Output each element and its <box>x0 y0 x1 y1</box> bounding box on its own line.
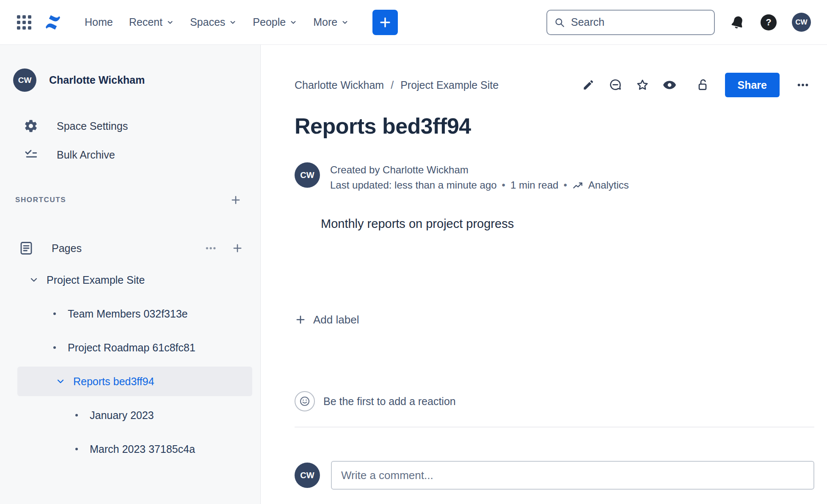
chevron-down-icon[interactable] <box>55 376 66 386</box>
pages-label: Pages <box>52 242 82 255</box>
nav-spaces[interactable]: Spaces <box>185 12 242 33</box>
notifications-button[interactable] <box>730 15 745 30</box>
tree-item-team-members[interactable]: Team Members 032f313e <box>0 299 260 329</box>
plus-icon <box>232 242 243 254</box>
comment-input[interactable] <box>331 461 814 490</box>
search-box[interactable] <box>546 10 715 35</box>
page-header: Charlotte Wickham / Project Example Site <box>295 73 814 97</box>
space-profile[interactable]: CW Charlotte Wickham <box>13 68 260 92</box>
analytics-icon <box>572 179 584 191</box>
nav-more-label: More <box>313 16 337 28</box>
more-actions-button[interactable] <box>791 74 814 96</box>
sidebar-item-space-settings[interactable]: Space Settings <box>24 119 260 133</box>
pages-section-header[interactable]: Pages <box>19 239 243 257</box>
comment-composer: CW <box>295 461 814 490</box>
read-time-text: 1 min read <box>510 178 558 193</box>
add-reaction-button[interactable] <box>295 391 315 411</box>
space-sidebar: CW Charlotte Wickham Space Settings Bulk… <box>0 45 261 504</box>
breadcrumb-space-link[interactable]: Charlotte Wickham <box>295 79 384 91</box>
favourite-button[interactable] <box>631 74 654 96</box>
chevron-down-icon <box>166 19 174 26</box>
edit-button[interactable] <box>577 74 600 96</box>
share-button[interactable]: Share <box>725 73 780 97</box>
avatar-initials: CW <box>18 76 32 85</box>
comments-divider <box>295 427 814 427</box>
content-area: CW Charlotte Wickham Space Settings Bulk… <box>0 45 827 504</box>
bullet-icon <box>53 312 56 315</box>
eye-icon <box>662 78 677 92</box>
chevron-down-icon <box>341 19 349 26</box>
add-label-button[interactable]: Add label <box>295 312 359 327</box>
author-avatar[interactable]: CW <box>295 162 320 188</box>
ellipsis-icon <box>204 242 217 255</box>
shortcuts-section-header: SHORTCUTS <box>15 192 242 208</box>
add-label-text: Add label <box>313 313 359 326</box>
reaction-row: Be the first to add a reaction <box>295 391 814 411</box>
nav-recent[interactable]: Recent <box>124 12 179 33</box>
chevron-down-icon[interactable] <box>29 275 39 285</box>
plus-icon <box>295 314 306 326</box>
bulk-archive-icon <box>24 148 38 162</box>
nav-people[interactable]: People <box>248 12 302 33</box>
search-input[interactable] <box>571 16 707 28</box>
tree-item-january-2023[interactable]: January 2023 <box>0 400 260 430</box>
tree-item-label: Reports bed3ff94 <box>73 375 154 388</box>
pages-more-button[interactable] <box>204 242 217 255</box>
shortcuts-heading: SHORTCUTS <box>15 196 66 204</box>
nav-home-label: Home <box>85 16 113 28</box>
nav-spaces-label: Spaces <box>190 16 225 28</box>
page-actions: Share <box>577 73 814 97</box>
top-navigation-bar: Home Recent Spaces People More <box>0 0 827 45</box>
pages-actions <box>204 242 243 255</box>
restrictions-button[interactable] <box>692 74 715 96</box>
create-button[interactable] <box>372 10 398 35</box>
breadcrumb: Charlotte Wickham / Project Example Site <box>295 79 499 91</box>
tree-item-project-roadmap[interactable]: Project Roadmap 61c8fc81 <box>0 333 260 362</box>
page-body-text: Monthly reports on project progress <box>321 217 814 231</box>
add-shortcut-button[interactable] <box>230 194 242 206</box>
created-by-text: Created by Charlotte Wickham <box>330 162 629 178</box>
help-button[interactable]: ? <box>761 14 777 30</box>
tree-item-label: January 2023 <box>90 409 154 422</box>
bullet-icon <box>75 448 78 450</box>
dot-separator: • <box>563 178 567 193</box>
nav-recent-label: Recent <box>129 16 163 28</box>
pages-icon <box>19 241 34 256</box>
analytics-link[interactable]: Analytics <box>572 178 629 193</box>
tree-item-march-2023[interactable]: March 2023 37185c4a <box>0 434 260 464</box>
pencil-icon <box>582 79 595 91</box>
avatar-initials: CW <box>795 18 807 27</box>
tree-item-project-example-site[interactable]: Project Example Site <box>0 265 260 295</box>
sidebar-item-bulk-archive[interactable]: Bulk Archive <box>24 148 260 162</box>
space-avatar: CW <box>13 68 36 92</box>
comments-button[interactable] <box>604 74 627 96</box>
primary-nav: Home Recent Spaces People More <box>80 12 354 33</box>
app-switcher-button[interactable] <box>17 15 43 30</box>
breadcrumb-page-link[interactable]: Project Example Site <box>400 79 499 91</box>
topbar-left: Home Recent Spaces People More <box>17 10 398 35</box>
tree-item-label: Project Example Site <box>47 274 145 286</box>
tree-item-label: Team Members 032f313e <box>68 308 187 320</box>
chevron-down-icon <box>229 19 237 26</box>
space-name: Charlotte Wickham <box>49 74 145 86</box>
smiley-icon <box>299 395 311 407</box>
confluence-app: Home Recent Spaces People More <box>0 0 827 504</box>
page-title: Reports bed3ff94 <box>295 112 814 140</box>
avatar-initials: CW <box>300 170 314 180</box>
tree-item-label: Project Roadmap 61c8fc81 <box>68 342 196 354</box>
page-tree: Project Example Site Team Members 032f31… <box>0 265 260 464</box>
user-avatar[interactable]: CW <box>792 13 811 32</box>
nav-home[interactable]: Home <box>80 12 118 33</box>
last-updated-text: Last updated: less than a minute ago <box>330 178 497 193</box>
add-page-button[interactable] <box>232 242 243 254</box>
gear-icon <box>24 119 38 133</box>
avatar-initials: CW <box>300 471 314 480</box>
reaction-prompt: Be the first to add a reaction <box>323 395 456 408</box>
confluence-logo[interactable] <box>43 14 63 31</box>
tree-item-reports-selected[interactable]: Reports bed3ff94 <box>17 367 252 396</box>
watch-button[interactable] <box>658 74 681 96</box>
nav-more[interactable]: More <box>308 12 354 33</box>
unlock-icon <box>697 78 710 92</box>
bullet-icon <box>75 414 78 416</box>
sidebar-item-label: Bulk Archive <box>57 149 115 161</box>
